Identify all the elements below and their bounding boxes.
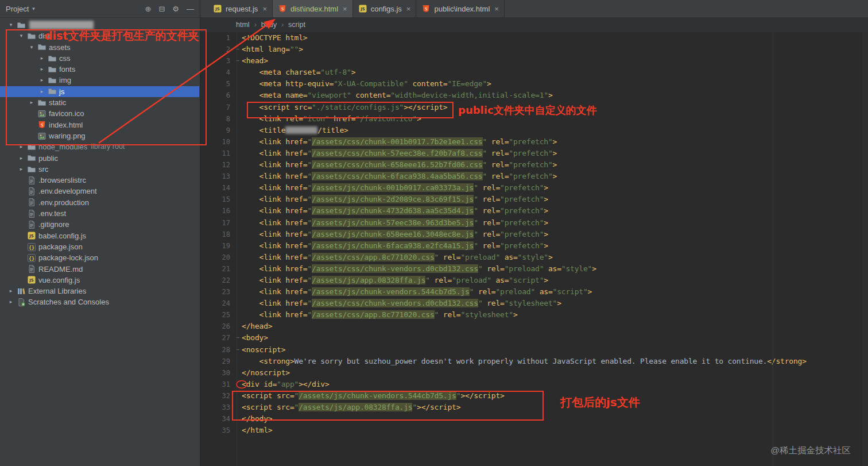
tree-item-js[interactable]: ▸js: [0, 86, 199, 97]
code-line-12[interactable]: 12 <link href="/assets/css/chunk-658eee1…: [200, 159, 868, 171]
line-number[interactable]: 33: [200, 402, 234, 413]
code-line-27[interactable]: 27−<body>: [200, 332, 868, 344]
tab-request-js[interactable]: JSrequest.js×: [208, 0, 273, 17]
code-line-17[interactable]: 17 <link href="/assets/js/chunk-57eec38e…: [200, 217, 868, 229]
code-text[interactable]: <link href="/assets/js/chunk-vendors.544…: [242, 286, 592, 298]
code-line-18[interactable]: 18 <link href="/assets/js/chunk-658eee16…: [200, 229, 868, 240]
code-text[interactable]: <link href="/assets/js/chunk-4732d638.aa…: [242, 205, 548, 217]
tree-item-static[interactable]: ▸static: [0, 97, 199, 108]
code-line-32[interactable]: 32<script src="/assets/js/chunk-vendors.…: [200, 390, 868, 402]
code-line-31[interactable]: 31<div id="app"></div>: [200, 379, 868, 390]
chevron-collapsed-icon[interactable]: ▸: [37, 86, 47, 97]
line-number[interactable]: 14: [200, 182, 234, 194]
tab-configs-js[interactable]: JSconfigs.js×: [353, 0, 417, 17]
chevron-collapsed-icon[interactable]: ▸: [16, 141, 26, 152]
line-number[interactable]: 29: [200, 356, 234, 367]
code-line-29[interactable]: 29 <strong>We're sorry but suzhou_power …: [200, 356, 868, 367]
line-number[interactable]: 25: [200, 309, 234, 321]
code-text[interactable]: <link href="/assets/css/chunk-vendors.d0…: [242, 263, 596, 275]
code-text[interactable]: </noscript>: [242, 367, 290, 379]
tree-item-assets[interactable]: ▾assets: [0, 42, 199, 53]
code-line-19[interactable]: 19 <link href="/assets/js/chunk-6faca938…: [200, 240, 868, 252]
code-line-4[interactable]: 4 <meta charset="utf-8">: [200, 67, 868, 78]
line-number[interactable]: 21: [200, 263, 234, 275]
line-number[interactable]: 20: [200, 252, 234, 263]
code-line-34[interactable]: 34</body>: [200, 413, 868, 425]
close-icon[interactable]: ×: [406, 5, 411, 13]
code-line-30[interactable]: 30</noscript>: [200, 367, 868, 379]
code-line-1[interactable]: 1<!DOCTYPE html>: [200, 32, 868, 44]
code-text[interactable]: <link href="/assets/js/app.08328ffa.js" …: [242, 275, 548, 286]
code-line-20[interactable]: 20 <link href="/assets/css/app.8c771020.…: [200, 252, 868, 263]
line-number[interactable]: 13: [200, 171, 234, 182]
code-text[interactable]: <script src="./static/configs.js"></scri…: [242, 102, 447, 113]
settings-icon[interactable]: ⚙: [172, 5, 179, 13]
code-text[interactable]: <link href="/assets/css/chunk-6faca938.4…: [242, 171, 557, 182]
tree-item-waring-png[interactable]: waring.png: [0, 130, 199, 141]
code-line-28[interactable]: 28−<noscript>: [200, 344, 868, 356]
close-icon[interactable]: ×: [494, 5, 499, 13]
code-line-35[interactable]: 35</html>: [200, 425, 868, 436]
tree-item-scratches-and-consoles[interactable]: ▸Scratches and Consoles: [0, 296, 199, 307]
code-line-21[interactable]: 21 <link href="/assets/css/chunk-vendors…: [200, 263, 868, 275]
code-line-23[interactable]: 23 <link href="/assets/js/chunk-vendors.…: [200, 286, 868, 298]
code-text[interactable]: <meta http-equiv="X-UA-Compatible" conte…: [242, 78, 491, 90]
code-line-10[interactable]: 10 <link href="/assets/css/chunk-001b091…: [200, 136, 868, 148]
line-number[interactable]: 28: [200, 344, 234, 356]
code-text[interactable]: <meta name="viewport" content="width=dev…: [242, 90, 553, 101]
code-line-26[interactable]: 26</head>: [200, 321, 868, 332]
code-line-6[interactable]: 6 <meta name="viewport" content="width=d…: [200, 90, 868, 101]
tree-item-project-root[interactable]: ▾: [0, 20, 199, 30]
code-text[interactable]: <noscript>: [242, 344, 285, 356]
line-number[interactable]: 1: [200, 32, 234, 44]
line-number[interactable]: 11: [200, 148, 234, 159]
tree-item-src[interactable]: ▸src: [0, 164, 199, 175]
close-icon[interactable]: ×: [343, 5, 347, 13]
line-number[interactable]: 16: [200, 205, 234, 217]
code-text[interactable]: <link href="/assets/js/chunk-2d2089ce.83…: [242, 194, 548, 205]
editor-scrollbar[interactable]: [862, 32, 868, 466]
line-number[interactable]: 10: [200, 136, 234, 148]
line-number[interactable]: 17: [200, 217, 234, 229]
tree-item-css[interactable]: ▸css: [0, 53, 199, 64]
code-text[interactable]: <!DOCTYPE html>: [242, 32, 307, 44]
code-text[interactable]: <link href="/assets/css/chunk-658eee16.5…: [242, 159, 557, 171]
code-text[interactable]: <script src="/assets/js/app.08328ffa.js"…: [242, 402, 460, 413]
line-number[interactable]: 26: [200, 321, 234, 332]
code-text[interactable]: <link href="/assets/css/chunk-001b0917.7…: [242, 136, 557, 148]
code-text[interactable]: <link href="/assets/css/chunk-vendors.d0…: [242, 298, 561, 309]
code-line-15[interactable]: 15 <link href="/assets/js/chunk-2d2089ce…: [200, 194, 868, 205]
line-number[interactable]: 7: [200, 102, 234, 113]
fold-marker-icon[interactable]: −: [234, 44, 242, 55]
code-text[interactable]: <link href="/assets/js/chunk-001b0917.ca…: [242, 182, 548, 194]
code-area[interactable]: 1<!DOCTYPE html>2−<html lang="">3−<head>…: [200, 32, 868, 436]
tree-item-package-lock-json[interactable]: {}package-lock.json: [0, 252, 199, 263]
code-text[interactable]: </html>: [242, 425, 272, 436]
line-number[interactable]: 32: [200, 390, 234, 402]
fold-marker-icon[interactable]: −: [234, 332, 242, 344]
chevron-collapsed-icon[interactable]: ▸: [37, 53, 47, 64]
chevron-collapsed-icon[interactable]: ▸: [26, 97, 37, 108]
code-line-14[interactable]: 14 <link href="/assets/js/chunk-001b0917…: [200, 182, 868, 194]
code-line-25[interactable]: 25 <link href="/assets/css/app.8c771020.…: [200, 309, 868, 321]
line-number[interactable]: 4: [200, 67, 234, 78]
code-line-33[interactable]: 33<script src="/assets/js/app.08328ffa.j…: [200, 402, 868, 413]
code-line-11[interactable]: 11 <link href="/assets/css/chunk-57eec38…: [200, 148, 868, 159]
chevron-collapsed-icon[interactable]: ▸: [37, 64, 47, 75]
code-text[interactable]: </head>: [242, 321, 272, 332]
chevron-collapsed-icon[interactable]: ▸: [6, 286, 16, 296]
chevron-collapsed-icon[interactable]: ▸: [6, 296, 16, 307]
code-text[interactable]: <head>: [242, 55, 268, 67]
line-number[interactable]: 8: [200, 113, 234, 125]
tree-item-dist[interactable]: ▾dist: [0, 30, 199, 41]
line-number[interactable]: 35: [200, 425, 234, 436]
code-line-2[interactable]: 2−<html lang="">: [200, 44, 868, 55]
line-number[interactable]: 18: [200, 229, 234, 240]
breadcrumb-script[interactable]: script: [288, 21, 305, 29]
tab-public-index-html[interactable]: 5public\index.html×: [416, 0, 504, 17]
line-number[interactable]: 27: [200, 332, 234, 344]
project-panel-title[interactable]: Project: [6, 5, 29, 13]
code-text[interactable]: <script src="/assets/js/chunk-vendors.54…: [242, 390, 505, 402]
line-number[interactable]: 22: [200, 275, 234, 286]
tree-item-env-test[interactable]: .env.test: [0, 208, 199, 219]
